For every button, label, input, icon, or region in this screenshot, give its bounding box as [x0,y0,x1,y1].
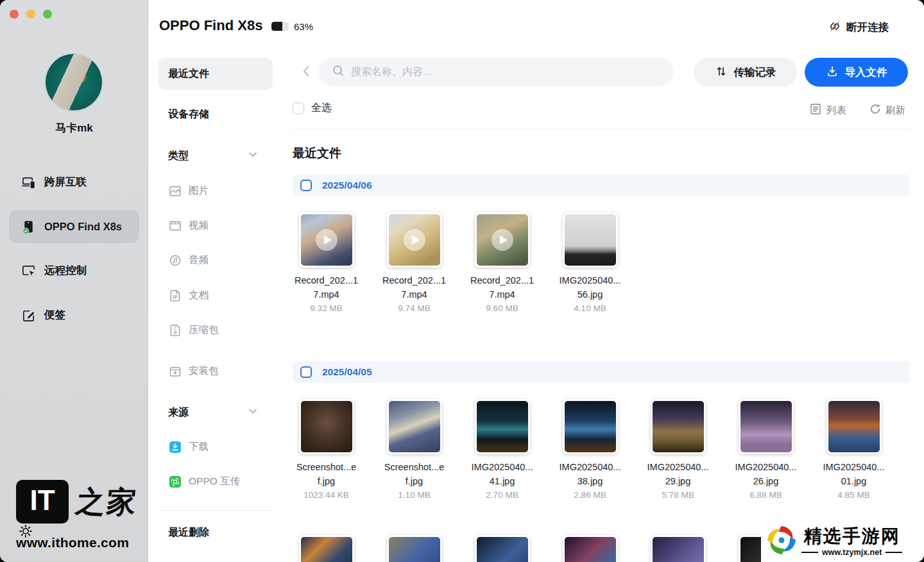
file-size: 4.85 MB [837,490,869,500]
sidebar-item-device[interactable]: OPPO Find X8s [9,210,139,243]
sidebar-item-cross-screen[interactable]: 跨屏互联 [9,166,139,199]
file-size: 1.10 MB [398,490,430,500]
file-thumbnail[interactable] [563,399,618,454]
sidebar-item-label: 远程控制 [44,264,87,278]
file-item[interactable]: Screenshot...e f.jpg1023.44 KB [282,399,370,535]
import-files-button[interactable]: 导入文件 [805,58,908,87]
sidebar-item-remote-control[interactable]: 远程控制 [9,254,139,287]
phone-icon [21,219,36,234]
file-name: IMG2025040... 01.jpg [823,460,885,488]
file-item[interactable]: Record_202...1 7.mp49.32 MB [282,212,370,348]
file-size: 9.32 MB [310,303,342,313]
file-item[interactable]: Record_202...1 7.mp49.60 MB [458,212,546,348]
file-thumbnail[interactable] [475,399,530,454]
file-item[interactable] [282,535,370,562]
file-item[interactable]: IMG2025040... 41.jpg2.70 MB [458,399,546,535]
pinwheel-logo-icon [764,523,799,560]
file-thumbnail[interactable] [299,212,354,268]
sidebar-item-notes[interactable]: 便签 [9,298,139,332]
file-thumbnail[interactable] [387,212,442,268]
app-window: 马卡mk 跨屏互联OPPO Find X8s远程控制便签 OPPO Find X… [0,0,924,562]
file-item[interactable] [370,535,458,562]
cross-screen-icon [21,175,36,190]
tzymjx-watermark: 精选手游网 www.tzymjx.net [761,521,924,562]
file-grid: Record_202...1 7.mp49.32 MBRecord_202...… [282,212,902,348]
sidebar-item-label: 跨屏互联 [44,175,87,189]
file-item[interactable]: IMG2025040... 26.jpg6.88 MB [722,399,810,535]
file-item[interactable]: Screenshot...e f.jpg1.10 MB [370,399,458,535]
disconnect-button[interactable]: 断开连接 [828,20,889,35]
list-icon [809,103,822,118]
remote-icon [21,264,36,278]
sidebar: 马卡mk 跨屏互联OPPO Find X8s远程控制便签 [0,0,148,562]
file-item[interactable] [546,535,634,562]
minimize-window-button[interactable] [26,10,35,19]
date-group-checkbox[interactable] [300,180,312,191]
file-thumbnail[interactable] [739,399,794,454]
file-name: IMG2025040... 56.jpg [560,273,621,302]
file-thumbnail[interactable] [651,399,706,454]
file-thumbnail[interactable] [387,535,442,562]
device-title: OPPO Find X8s [159,17,262,34]
file-name: Screenshot...e f.jpg [384,460,445,488]
list-view-button[interactable]: 列表 [809,103,846,118]
file-size: 6.88 MB [749,490,782,500]
ithome-url: www.ithome.com [16,535,129,550]
view-controls: 列表 刷新 [809,103,905,118]
file-item[interactable]: IMG2025040... 38.jpg2.86 MB [546,399,634,535]
file-name: IMG2025040... 41.jpg [472,460,533,488]
file-thumbnail[interactable] [826,399,882,454]
file-name: IMG2025040... 26.jpg [735,460,797,488]
tzymjx-url: www.tzymjx.net [822,548,882,557]
disconnect-label: 断开连接 [846,21,889,35]
window-controls [10,10,52,19]
transfer-records-label: 传输记录 [734,65,776,80]
titlebar: OPPO Find X8s 63% 断开连接 [148,0,924,45]
file-size: 2.70 MB [486,490,518,500]
file-thumbnail[interactable] [475,535,530,562]
file-item[interactable] [458,535,546,562]
file-item[interactable]: IMG2025040... 01.jpg4.85 MB [810,399,898,535]
search-bar[interactable] [319,58,674,86]
refresh-button[interactable]: 刷新 [868,103,905,118]
ithome-logo: IT [16,480,69,524]
file-thumbnail[interactable] [299,535,354,562]
date-group-header: 2025/04/06 [293,175,910,196]
tzymjx-rule-right [886,552,902,553]
filenav-device-storage[interactable]: 设备存储 [168,108,209,121]
tzymjx-brand-text: 精选手游网 [804,526,900,547]
file-item[interactable]: IMG2025040... 29.jpg5.78 MB [634,399,722,535]
avatar[interactable] [46,54,102,110]
file-thumbnail[interactable] [563,535,618,562]
file-name: Screenshot...e f.jpg [296,460,357,488]
import-files-label: 导入文件 [845,65,887,80]
file-list-area[interactable]: 最近文件 2025/04/06Record_202...1 7.mp49.32 … [148,130,924,562]
note-icon [21,308,36,323]
file-item[interactable]: IMG2025040... 56.jpg4.10 MB [546,212,634,348]
sidebar-item-label: OPPO Find X8s [44,221,122,233]
maximize-window-button[interactable] [43,10,52,19]
file-thumbnail[interactable] [475,212,530,268]
transfer-records-button[interactable]: 传输记录 [694,58,797,87]
file-name: IMG2025040... 29.jpg [647,460,709,488]
file-thumbnail[interactable] [387,399,442,454]
file-thumbnail[interactable] [563,212,618,268]
file-item[interactable]: Record_202...1 7.mp49.74 MB [370,212,458,348]
date-group-checkbox[interactable] [300,366,312,378]
search-input[interactable] [351,66,633,78]
file-thumbnail[interactable] [299,399,354,454]
search-icon [332,64,345,80]
file-item[interactable] [634,535,722,562]
file-size: 2.86 MB [574,490,606,500]
back-button[interactable] [299,64,314,79]
sidebar-menu: 跨屏互联OPPO Find X8s远程控制便签 [9,166,139,343]
filenav-recent-files[interactable]: 最近文件 [158,58,273,90]
select-all-checkbox[interactable] [293,103,304,114]
close-window-button[interactable] [10,10,19,19]
recent-files-heading: 最近文件 [293,145,924,162]
file-thumbnail[interactable] [651,535,706,562]
date-group-header: 2025/04/05 [293,361,910,383]
play-icon [477,214,528,266]
play-icon [389,214,440,266]
select-all-row: 全选 [293,101,332,115]
